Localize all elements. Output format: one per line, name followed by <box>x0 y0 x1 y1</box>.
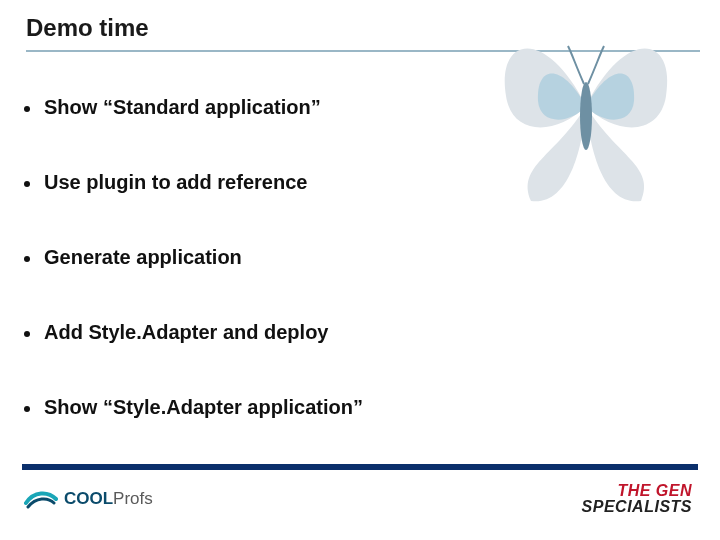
bullet-item: Generate application <box>24 246 680 269</box>
bullet-item: Show “Standard application” <box>24 96 680 119</box>
bullet-list: Show “Standard application” Use plugin t… <box>24 96 680 471</box>
bullet-dot-icon <box>24 106 30 112</box>
slide: Demo time Show “Standard application” Us… <box>0 0 720 540</box>
coolprofs-cool: COOL <box>64 489 113 508</box>
gen-line2: SPECIALISTS <box>582 499 692 515</box>
bullet-item: Use plugin to add reference <box>24 171 680 194</box>
bullet-text: Show “Standard application” <box>44 96 321 119</box>
slide-title: Demo time <box>26 14 149 42</box>
swoosh-icon <box>24 489 58 509</box>
bullet-dot-icon <box>24 406 30 412</box>
bullet-text: Generate application <box>44 246 242 269</box>
footer: COOLProfs THE GEN SPECIALISTS <box>0 468 720 540</box>
bullet-dot-icon <box>24 331 30 337</box>
bullet-dot-icon <box>24 181 30 187</box>
bullet-item: Show “Style.Adapter application” <box>24 396 680 419</box>
coolprofs-logo: COOLProfs <box>24 489 153 509</box>
bullet-text: Show “Style.Adapter application” <box>44 396 363 419</box>
gen-specialists-logo: THE GEN SPECIALISTS <box>582 483 692 515</box>
coolprofs-profs: Profs <box>113 489 153 508</box>
bullet-text: Use plugin to add reference <box>44 171 307 194</box>
coolprofs-text: COOLProfs <box>64 489 153 509</box>
bullet-item: Add Style.Adapter and deploy <box>24 321 680 344</box>
bullet-dot-icon <box>24 256 30 262</box>
bullet-text: Add Style.Adapter and deploy <box>44 321 328 344</box>
gen-line1: THE GEN <box>582 483 692 499</box>
